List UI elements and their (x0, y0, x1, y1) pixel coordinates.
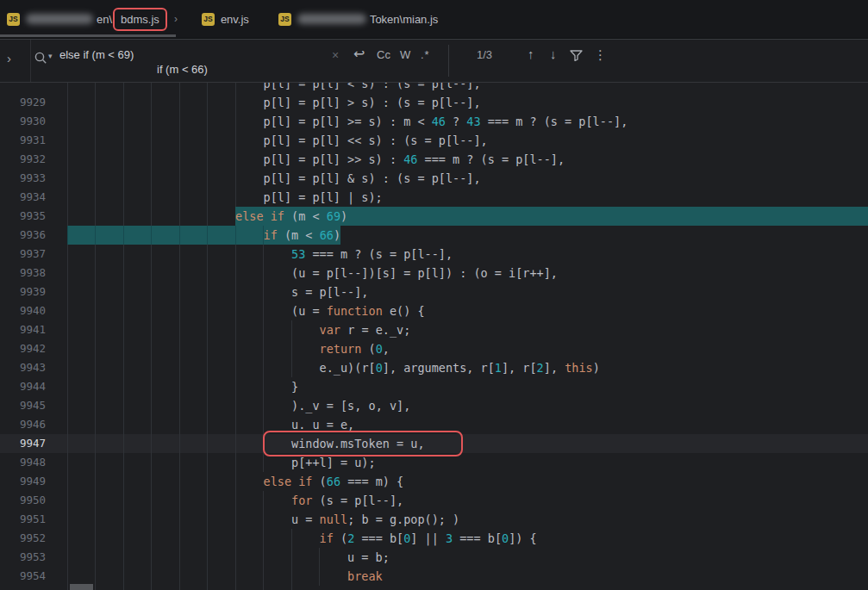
code-text[interactable]: return (0, (67, 339, 390, 358)
code-line[interactable]: 9935 else if (m < 69) (0, 207, 868, 226)
code-line[interactable]: 9945 )._v = [s, o, v], (0, 396, 868, 415)
code-line[interactable]: 9938 (u = p[l--])[s] = p[l]) : (o = i[r+… (0, 264, 868, 283)
find-toolbar: › ▾ else if (m < 69) if (m < 66) × ↩ Cc … (0, 39, 868, 83)
line-number[interactable]: 9936 (0, 226, 46, 245)
code-line[interactable]: 9953 u = b; (0, 548, 868, 567)
line-number[interactable]: 9950 (0, 491, 46, 510)
tab-mian-js[interactable]: JS Token\mian.js (268, 0, 448, 38)
code-text[interactable]: } (67, 586, 327, 590)
insert-newline-icon[interactable]: ↩ (353, 46, 365, 62)
line-number[interactable]: 9948 (0, 453, 46, 472)
line-number[interactable]: 9941 (0, 320, 46, 339)
code-text[interactable]: p[l] = p[l] & s) : (s = p[l--], (67, 169, 481, 188)
line-number[interactable]: 9949 (0, 472, 46, 491)
filter-icon[interactable] (570, 49, 583, 65)
line-number[interactable]: 9934 (0, 188, 46, 207)
code-line[interactable]: 9934 p[l] = p[l] | s); (0, 188, 868, 207)
code-text[interactable]: (u = p[l--])[s] = p[l]) : (o = i[r++], (67, 264, 558, 283)
code-line[interactable]: p[l] = p[l] < s) : (s = p[l--], (0, 83, 868, 93)
code-line[interactable]: 9954 break (0, 567, 868, 586)
javascript-file-icon: JS (7, 13, 20, 26)
code-text[interactable]: p[l] = p[l] >= s) : m < 46 ? 43 === m ? … (67, 112, 628, 131)
code-text[interactable]: p[l] = p[l] > s) : (s = p[l--], (67, 93, 481, 112)
line-number[interactable]: 9935 (0, 207, 46, 226)
tab-label: Token\mian.js (370, 13, 438, 26)
code-line[interactable]: 9940 (u = function e() { (0, 301, 868, 320)
whole-words-toggle[interactable]: W (400, 48, 410, 61)
search-query-line-1[interactable]: else if (m < 69) (59, 48, 134, 62)
code-line[interactable]: 9937 53 === m ? (s = p[l--], (0, 245, 868, 264)
code-text[interactable]: else if (66 === m) { (67, 472, 403, 491)
code-line[interactable]: 9942 return (0, (0, 339, 868, 358)
line-number[interactable]: 9938 (0, 264, 46, 283)
line-number[interactable]: 9942 (0, 339, 46, 358)
line-number[interactable]: 9953 (0, 548, 46, 567)
line-number[interactable]: 9943 (0, 358, 46, 377)
line-number[interactable]: 9947 (0, 434, 46, 453)
previous-match-button[interactable]: ↑ (528, 47, 534, 61)
code-text[interactable]: 53 === m ? (s = p[l--], (67, 245, 453, 264)
line-number[interactable]: 9940 (0, 301, 46, 320)
code-line[interactable]: 9951 u = null; b = g.pop(); ) (0, 510, 868, 529)
code-text[interactable]: if (m < 66) (67, 226, 340, 245)
search-history-dropdown-icon[interactable]: ▾ (48, 52, 53, 60)
line-number[interactable]: 9932 (0, 150, 46, 169)
code-line[interactable]: 9933 p[l] = p[l] & s) : (s = p[l--], (0, 169, 868, 188)
code-text[interactable]: p[l] = p[l] < s) : (s = p[l--], (67, 83, 481, 93)
line-number[interactable]: 9933 (0, 169, 46, 188)
code-text[interactable]: var r = e._v; (67, 320, 410, 339)
next-match-button[interactable]: ↓ (550, 47, 557, 61)
more-options-icon[interactable]: ⋮ (594, 47, 607, 63)
code-text[interactable]: (u = function e() { (67, 301, 425, 320)
code-line[interactable]: 9936 if (m < 66) (0, 226, 868, 245)
regex-toggle[interactable]: .* (421, 48, 430, 61)
search-query-line-2[interactable]: if (m < 66) (157, 63, 208, 77)
code-line[interactable]: 9943 e._u)(r[0], arguments, r[1], r[2], … (0, 358, 868, 377)
line-number[interactable]: 9937 (0, 245, 46, 264)
code-text[interactable]: else if (m < 69) (67, 207, 347, 226)
line-number[interactable]: 9930 (0, 112, 46, 131)
line-number[interactable]: 9931 (0, 131, 46, 150)
code-line[interactable]: 9930 p[l] = p[l] >= s) : m < 46 ? 43 ===… (0, 112, 868, 131)
line-number[interactable]: 9929 (0, 93, 46, 112)
search-icon[interactable] (34, 51, 48, 69)
line-number[interactable]: 9951 (0, 510, 46, 529)
tab-chevron-icon[interactable]: › (174, 13, 178, 25)
line-number[interactable]: 9939 (0, 283, 46, 301)
line-number[interactable]: 9952 (0, 529, 46, 548)
tab-env-js[interactable]: JS env.js (191, 0, 259, 38)
code-text[interactable]: u = null; b = g.pop(); ) (67, 510, 459, 529)
code-text[interactable]: p[l] = p[l] >> s) : 46 === m ? (s = p[l-… (67, 150, 565, 169)
code-line[interactable]: 9932 p[l] = p[l] >> s) : 46 === m ? (s =… (0, 150, 868, 169)
line-number[interactable]: 9954 (0, 567, 46, 586)
code-text[interactable]: if (2 === b[0] || 3 === b[0]) { (67, 529, 537, 548)
code-editor[interactable]: p[l] = p[l] < s) : (s = p[l--], 9929 p[l… (0, 83, 868, 590)
code-text[interactable]: p[l] = p[l] << s) : (s = p[l--], (67, 131, 488, 150)
code-line[interactable]: 9939 s = p[l--], (0, 283, 868, 301)
clear-search-icon[interactable]: × (332, 48, 339, 62)
scrollbar-thumb[interactable] (70, 584, 93, 590)
code-text[interactable]: s = p[l--], (67, 283, 369, 301)
code-text[interactable]: break (67, 567, 383, 586)
line-number[interactable]: 9944 (0, 377, 46, 396)
code-text[interactable]: } (67, 377, 298, 396)
code-line[interactable]: 9952 if (2 === b[0] || 3 === b[0]) { (0, 529, 868, 548)
match-case-toggle[interactable]: Cc (377, 48, 390, 61)
partial-line-top: p[l] = p[l] < s) : (s = p[l--], (0, 83, 868, 93)
code-text[interactable]: e._u)(r[0], arguments, r[1], r[2], this) (67, 358, 600, 377)
code-text[interactable]: u = b; (67, 548, 390, 567)
code-line[interactable]: 9941 var r = e._v; (0, 320, 868, 339)
code-line[interactable]: 9950 for (s = p[l--], (0, 491, 868, 510)
expand-chevron-icon[interactable]: › (7, 51, 11, 65)
code-line[interactable]: } (0, 586, 868, 590)
code-line[interactable]: 9929 p[l] = p[l] > s) : (s = p[l--], (0, 93, 868, 112)
line-number[interactable]: 9946 (0, 415, 46, 434)
code-text[interactable]: for (s = p[l--], (67, 491, 403, 510)
line-number[interactable]: 9945 (0, 396, 46, 415)
code-line[interactable]: 9944 } (0, 377, 868, 396)
code-text[interactable]: )._v = [s, o, v], (67, 396, 410, 415)
code-line[interactable]: 9949 else if (66 === m) { (0, 472, 868, 491)
tab-bdms-js[interactable]: JS en\ bdms.js › (0, 0, 188, 38)
code-line[interactable]: 9931 p[l] = p[l] << s) : (s = p[l--], (0, 131, 868, 150)
code-text[interactable]: p[l] = p[l] | s); (67, 188, 383, 207)
